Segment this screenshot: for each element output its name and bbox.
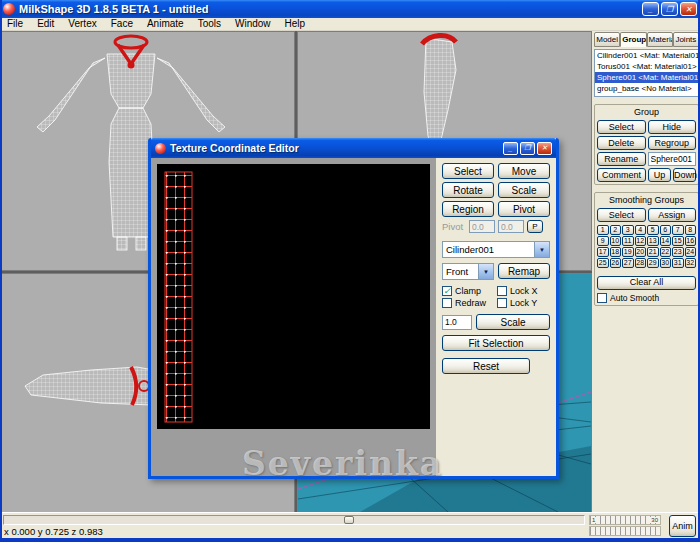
dialog-titlebar[interactable]: Texture Coordinate Editor _ ❐ ✕ [151, 138, 556, 158]
smoothing-select-button[interactable]: Select [597, 208, 646, 222]
tab-joints[interactable]: Joints [673, 32, 699, 47]
dialog-maximize-button[interactable]: ❐ [520, 142, 535, 155]
list-item-selected[interactable]: Sphere001 <Mat: Material01> [595, 72, 698, 83]
group-comment-button[interactable]: Comment [597, 168, 646, 182]
tab-materials[interactable]: Materials [647, 32, 673, 47]
list-item[interactable]: Cilinder001 <Mat: Material01> [595, 50, 698, 61]
smoothing-group-button[interactable]: 21 [647, 247, 659, 257]
clear-all-button[interactable]: Clear All [597, 276, 696, 290]
smoothing-group-button[interactable]: 11 [622, 236, 634, 246]
smoothing-group-button[interactable]: 8 [685, 225, 697, 235]
smoothing-group-button[interactable]: 31 [672, 258, 684, 268]
smoothing-group-button[interactable]: 16 [685, 236, 697, 246]
smoothing-group-button[interactable]: 18 [610, 247, 622, 257]
menu-help[interactable]: Help [278, 18, 313, 30]
menu-tools[interactable]: Tools [191, 18, 228, 30]
view-dropdown[interactable]: Front ▼ [442, 263, 494, 280]
smoothing-group-button[interactable]: 25 [597, 258, 609, 268]
smoothing-group-button[interactable]: 24 [685, 247, 697, 257]
smoothing-group-button[interactable]: 3 [622, 225, 634, 235]
smoothing-group-button[interactable]: 6 [660, 225, 672, 235]
smoothing-group-button[interactable]: 27 [622, 258, 634, 268]
select-button[interactable]: Select [442, 163, 494, 179]
redraw-checkbox[interactable]: Redraw [442, 298, 495, 308]
menu-vertex[interactable]: Vertex [61, 18, 103, 30]
group-rename-button[interactable]: Rename [597, 152, 646, 166]
keyframe-ruler[interactable]: 1 30 [589, 515, 661, 525]
group-dropdown[interactable]: Cilinder001 ▼ [442, 241, 550, 258]
dialog-minimize-button[interactable]: _ [503, 142, 518, 155]
groups-list[interactable]: Cilinder001 <Mat: Material01> Torus001 <… [594, 49, 699, 97]
group-delete-button[interactable]: Delete [597, 136, 646, 150]
uv-canvas-zone [151, 158, 436, 476]
smoothing-group-button[interactable]: 5 [647, 225, 659, 235]
frame-slider-thumb[interactable] [344, 516, 354, 524]
group-section-title: Group [597, 107, 696, 117]
move-button[interactable]: Move [498, 163, 550, 179]
smoothing-group-button[interactable]: 20 [635, 247, 647, 257]
dialog-close-button[interactable]: ✕ [537, 142, 552, 155]
region-button[interactable]: Region [442, 201, 494, 217]
watermark: Severinka [242, 444, 443, 483]
scale-value-field[interactable] [442, 315, 472, 330]
pivot-p-button[interactable]: P [527, 220, 543, 233]
tab-groups[interactable]: Groups [620, 32, 646, 47]
group-select-button[interactable]: Select [597, 120, 646, 134]
uv-canvas[interactable] [157, 164, 430, 429]
menu-window[interactable]: Window [228, 18, 278, 30]
auto-smooth-checkbox[interactable]: Auto Smooth [597, 293, 696, 303]
smoothing-group-button[interactable]: 10 [610, 236, 622, 246]
tab-model[interactable]: Model [594, 32, 620, 47]
smoothing-group-button[interactable]: 15 [672, 236, 684, 246]
smoothing-group-button[interactable]: 17 [597, 247, 609, 257]
smoothing-group-button[interactable]: 1 [597, 225, 609, 235]
group-name-field[interactable] [648, 152, 697, 166]
lock-y-checkbox[interactable]: Lock Y [497, 298, 550, 308]
pivot-x-field[interactable] [469, 220, 495, 233]
list-item[interactable]: Torus001 <Mat: Material01> [595, 61, 698, 72]
smoothing-group-button[interactable]: 12 [635, 236, 647, 246]
menu-face[interactable]: Face [104, 18, 140, 30]
smoothing-group-button[interactable]: 4 [635, 225, 647, 235]
smoothing-group-button[interactable]: 30 [660, 258, 672, 268]
smoothing-group-button[interactable]: 29 [647, 258, 659, 268]
smoothing-group-button[interactable]: 28 [635, 258, 647, 268]
menu-file[interactable]: File [0, 18, 30, 30]
smoothing-group-button[interactable]: 26 [610, 258, 622, 268]
group-regroup-button[interactable]: Regroup [648, 136, 697, 150]
lock-x-checkbox[interactable]: Lock X [497, 286, 550, 296]
smoothing-group-button[interactable]: 22 [660, 247, 672, 257]
list-item[interactable]: group_base <No Material> [595, 83, 698, 94]
group-section: Group Select Hide Delete Regroup Rename … [594, 104, 699, 185]
group-up-button[interactable]: Up [648, 168, 671, 182]
maximize-button[interactable]: ❐ [661, 2, 678, 16]
minimize-button[interactable]: _ [642, 2, 659, 16]
group-hide-button[interactable]: Hide [648, 120, 697, 134]
rotate-button[interactable]: Rotate [442, 182, 494, 198]
menu-animate[interactable]: Animate [140, 18, 191, 30]
reset-button[interactable]: Reset [442, 358, 530, 374]
smoothing-group-button[interactable]: 9 [597, 236, 609, 246]
scale-mode-button[interactable]: Scale [498, 182, 550, 198]
anim-button[interactable]: Anim [669, 515, 696, 537]
group-down-button[interactable]: Down [673, 168, 696, 182]
pivot-mode-button[interactable]: Pivot [498, 201, 550, 217]
smoothing-group-button[interactable]: 23 [672, 247, 684, 257]
smoothing-group-button[interactable]: 7 [672, 225, 684, 235]
smoothing-group-button[interactable]: 2 [610, 225, 622, 235]
scale-apply-button[interactable]: Scale [476, 314, 550, 330]
frame-slider[interactable] [3, 515, 585, 525]
keyframe-ruler-secondary[interactable] [589, 526, 661, 536]
remap-button[interactable]: Remap [498, 263, 550, 279]
smoothing-group-button[interactable]: 32 [685, 258, 697, 268]
pivot-y-field[interactable] [498, 220, 524, 233]
smoothing-group-button[interactable]: 14 [660, 236, 672, 246]
smoothing-group-button[interactable]: 19 [622, 247, 634, 257]
menu-edit[interactable]: Edit [30, 18, 61, 30]
clamp-checkbox[interactable]: ✓ Clamp [442, 286, 495, 296]
close-button[interactable]: ✕ [680, 2, 697, 16]
smoothing-number-grid: 1 2 3 4 5 6 7 8 9 10 11 12 13 14 15 16 1… [597, 225, 696, 268]
smoothing-assign-button[interactable]: Assign [648, 208, 697, 222]
smoothing-group-button[interactable]: 13 [647, 236, 659, 246]
fit-selection-button[interactable]: Fit Selection [442, 335, 550, 351]
